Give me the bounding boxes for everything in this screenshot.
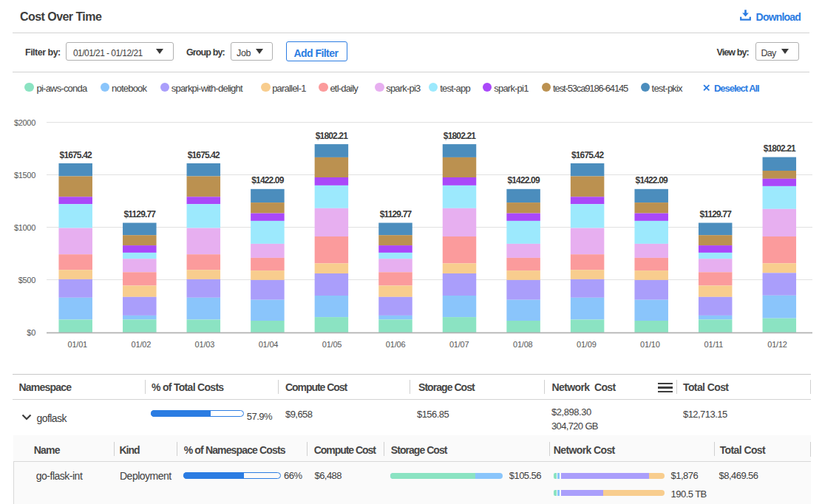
svg-text:01/06: 01/06	[386, 340, 406, 349]
svg-text:01/01: 01/01	[67, 340, 87, 349]
svg-text:01/02: 01/02	[132, 340, 152, 349]
svg-text:$500: $500	[18, 276, 35, 285]
svg-text:$1000: $1000	[14, 223, 35, 232]
svg-text:$1802.21: $1802.21	[444, 131, 476, 141]
svg-text:$1422.09: $1422.09	[636, 175, 668, 185]
svg-text:$1500: $1500	[14, 171, 35, 180]
svg-text:$1422.09: $1422.09	[507, 175, 540, 185]
svg-text:01/10: 01/10	[640, 340, 660, 349]
svg-text:$1802.21: $1802.21	[316, 131, 348, 141]
svg-text:$1129.77: $1129.77	[699, 209, 732, 219]
svg-text:01/09: 01/09	[577, 340, 597, 349]
svg-text:$1422.09: $1422.09	[251, 175, 284, 185]
svg-text:$1675.42: $1675.42	[60, 150, 92, 160]
svg-text:$1675.42: $1675.42	[571, 150, 604, 160]
svg-text:$0: $0	[27, 328, 35, 337]
svg-text:$1129.77: $1129.77	[380, 209, 412, 219]
svg-text:$1129.77: $1129.77	[124, 209, 157, 219]
svg-text:$1675.42: $1675.42	[188, 150, 220, 160]
svg-text:01/12: 01/12	[767, 340, 787, 349]
svg-text:01/05: 01/05	[322, 340, 342, 349]
svg-text:01/03: 01/03	[195, 340, 215, 349]
svg-text:01/04: 01/04	[259, 340, 279, 349]
svg-text:$1802.21: $1802.21	[764, 143, 796, 154]
svg-text:$2000: $2000	[14, 118, 35, 127]
svg-text:01/08: 01/08	[513, 340, 533, 349]
svg-text:01/11: 01/11	[704, 340, 724, 349]
svg-text:01/07: 01/07	[449, 340, 469, 349]
